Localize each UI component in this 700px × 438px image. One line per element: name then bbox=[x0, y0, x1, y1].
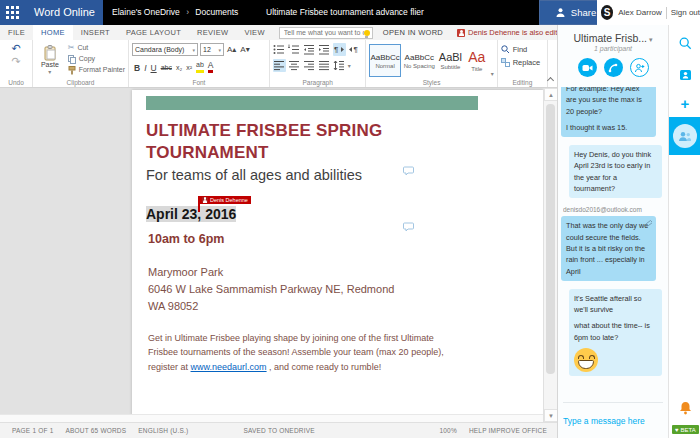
user-name[interactable]: Alex Darrow bbox=[618, 8, 662, 17]
open-in-word-button[interactable]: OPEN IN WORD bbox=[383, 28, 443, 37]
notifications-bell-icon[interactable] bbox=[669, 401, 700, 415]
chat-messages[interactable]: For example: Hey Alex are you sure the m… bbox=[558, 87, 668, 402]
document-page[interactable]: ULTIMATE FRISBEE SPRING TOURNAMENT For t… bbox=[132, 90, 543, 415]
style-title[interactable]: Aa Title bbox=[465, 44, 489, 77]
app-name[interactable]: Word Online bbox=[25, 0, 103, 25]
coauthor-flag-name: Denis Dehenne bbox=[210, 197, 248, 203]
justify-button[interactable] bbox=[318, 59, 331, 72]
account-area: S Alex Darrow Sign out bbox=[597, 0, 700, 25]
style-name: Title bbox=[471, 66, 482, 72]
copy-label: Copy bbox=[79, 54, 95, 64]
increase-indent-button[interactable] bbox=[318, 43, 331, 56]
scrollbar-thumb[interactable] bbox=[546, 104, 555, 374]
scroll-down-button[interactable]: ▼ bbox=[544, 409, 558, 422]
replace-button[interactable]: Replace bbox=[501, 58, 544, 67]
undo-button[interactable]: ↶ bbox=[11, 43, 20, 54]
video-call-button[interactable] bbox=[578, 58, 597, 77]
comment-bubble-icon[interactable] bbox=[403, 166, 414, 176]
vertical-scrollbar[interactable]: ▲ ▼ bbox=[543, 88, 557, 422]
strikethrough-button[interactable]: abc bbox=[161, 63, 172, 73]
redo-button[interactable]: ↷ bbox=[11, 56, 20, 67]
underline-button[interactable]: U bbox=[151, 63, 157, 73]
text-direction-ltr-button[interactable]: ¶ bbox=[333, 43, 346, 56]
flier-subtitle: For teams of all ages and abilities bbox=[146, 167, 529, 183]
align-right-button[interactable] bbox=[303, 59, 316, 72]
coediting-indicator[interactable]: Denis Dehenne is also editing ▾ bbox=[457, 28, 573, 37]
styles-more-button[interactable]: ▾ bbox=[491, 70, 494, 77]
find-button[interactable]: Find bbox=[501, 45, 544, 54]
copy-button[interactable]: Copy bbox=[68, 54, 125, 64]
message-text: It's Seattle afterall so we'll survive bbox=[574, 293, 657, 316]
breadcrumb-root[interactable]: Elaine's OneDrive bbox=[112, 7, 180, 17]
font-group-label: Font bbox=[129, 79, 269, 86]
text-direction-rtl-button[interactable]: ¶ bbox=[348, 43, 361, 56]
search-button[interactable] bbox=[669, 37, 700, 50]
numbered-list-button[interactable] bbox=[288, 43, 301, 56]
tell-me-input[interactable] bbox=[284, 29, 364, 36]
superscript-button[interactable]: x² bbox=[186, 63, 192, 73]
tell-me-box[interactable] bbox=[279, 27, 373, 39]
scissors-icon: ✂ bbox=[68, 43, 75, 53]
tab-view[interactable]: VIEW bbox=[236, 25, 272, 40]
shrink-font-button[interactable]: A▾ bbox=[239, 45, 250, 54]
collapse-ribbon-button[interactable] bbox=[547, 77, 554, 84]
grow-font-button[interactable]: A▴ bbox=[226, 45, 237, 54]
line-spacing-button[interactable] bbox=[333, 59, 346, 72]
add-participant-button[interactable] bbox=[630, 58, 649, 77]
coauthor-icon bbox=[457, 29, 465, 37]
horizontal-scrollbar[interactable] bbox=[0, 414, 543, 422]
app-launcher-button[interactable] bbox=[0, 0, 25, 25]
style-normal[interactable]: AaBbCc Normal bbox=[369, 44, 400, 77]
venue-address-line1: 6046 W Lake Sammamish Parkway NE, Redmon… bbox=[148, 281, 529, 298]
edited-pencil-icon[interactable] bbox=[645, 220, 652, 227]
align-center-button[interactable] bbox=[288, 59, 301, 72]
video-camera-icon bbox=[582, 64, 593, 72]
coauthor-flag[interactable]: Denis Dehenne bbox=[198, 196, 251, 212]
align-left-button[interactable] bbox=[273, 59, 286, 72]
font-size-combo[interactable]: 12▾ bbox=[200, 43, 224, 56]
language-indicator[interactable]: ENGLISH (U.S.) bbox=[138, 427, 188, 434]
voice-call-button[interactable] bbox=[604, 58, 623, 77]
scroll-up-button[interactable]: ▲ bbox=[544, 88, 558, 101]
paragraph-more-button[interactable]: ▾ bbox=[348, 62, 351, 69]
chat-conversation-title[interactable]: Ultimate Frisb...▾ bbox=[558, 32, 668, 44]
skype-sidebar: + ♥BETA bbox=[668, 25, 700, 438]
cut-button[interactable]: ✂Cut bbox=[68, 43, 125, 53]
body-link[interactable]: www.needaurl.com bbox=[191, 362, 267, 372]
skype-icon[interactable]: S bbox=[601, 5, 613, 20]
format-painter-button[interactable]: Format Painter bbox=[68, 65, 125, 75]
new-conversation-button[interactable]: + bbox=[669, 97, 700, 111]
body-text-after: , and come ready to rumble! bbox=[267, 362, 382, 372]
chat-panel: Ultimate Frisb...▾ 1 participant For exa… bbox=[557, 25, 668, 438]
contacts-button[interactable] bbox=[669, 69, 700, 81]
tab-home[interactable]: HOME bbox=[33, 25, 73, 40]
paste-button[interactable]: Paste ▾ bbox=[36, 43, 64, 77]
style-subtitle[interactable]: AaBl Subtitle bbox=[438, 44, 463, 77]
tab-review[interactable]: REVIEW bbox=[189, 25, 236, 40]
font-family-combo[interactable]: Candara (Body)▾ bbox=[132, 43, 198, 56]
share-person-icon bbox=[555, 7, 566, 18]
document-title[interactable]: Ultimate Frisbee tournament advance flie… bbox=[200, 0, 490, 25]
bold-button[interactable]: B bbox=[134, 63, 140, 73]
chat-message-input[interactable] bbox=[563, 416, 674, 426]
breadcrumb-separator: › bbox=[186, 7, 189, 17]
tab-file[interactable]: FILE bbox=[0, 25, 33, 40]
style-no-spacing[interactable]: AaBbCc No Spacing bbox=[403, 44, 436, 77]
zoom-level[interactable]: 100% bbox=[439, 427, 456, 434]
decrease-indent-button[interactable] bbox=[303, 43, 316, 56]
tab-page-layout[interactable]: PAGE LAYOUT bbox=[118, 25, 189, 40]
ribbon: ↶ ↷ Undo Paste ▾ ✂Cut Copy Format Painte… bbox=[0, 40, 557, 88]
subscript-button[interactable]: x₂ bbox=[176, 63, 182, 73]
tab-insert[interactable]: INSERT bbox=[73, 25, 118, 40]
word-count[interactable]: ABOUT 65 WORDS bbox=[65, 427, 126, 434]
highlight-color-button[interactable]: ab bbox=[196, 60, 204, 73]
comment-bubble-icon[interactable] bbox=[403, 222, 414, 232]
sign-out-link[interactable]: Sign out bbox=[671, 8, 700, 17]
font-color-button[interactable]: A bbox=[208, 60, 214, 73]
active-conversation-tile[interactable] bbox=[669, 117, 700, 155]
help-improve-office-link[interactable]: HELP IMPROVE OFFICE bbox=[469, 427, 547, 434]
italic-button[interactable]: I bbox=[144, 63, 146, 73]
bullet-list-button[interactable] bbox=[273, 43, 286, 56]
svg-text:¶: ¶ bbox=[354, 45, 358, 54]
venue-name: Marymoor Park bbox=[148, 264, 529, 281]
